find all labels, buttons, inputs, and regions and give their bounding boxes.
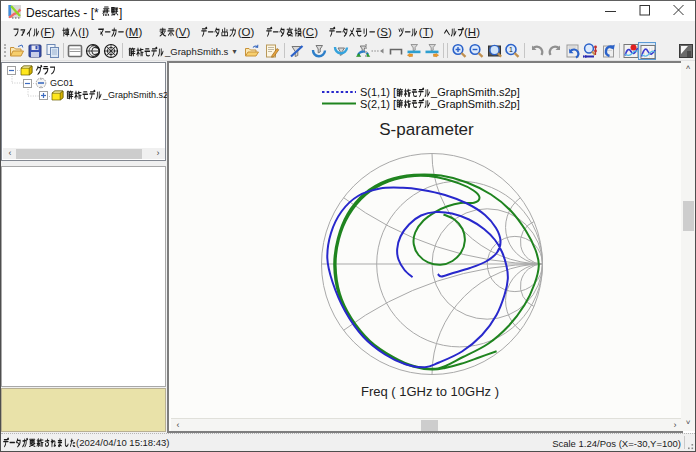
svg-text:1: 1 — [509, 46, 513, 53]
